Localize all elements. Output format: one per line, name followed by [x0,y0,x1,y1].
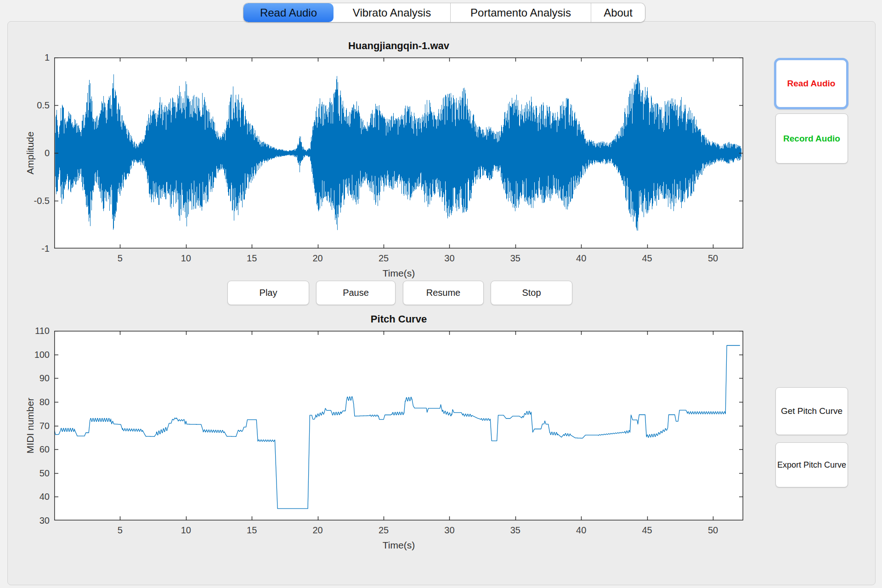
tab-portamento-analysis[interactable]: Portamento Analysis [450,3,591,22]
pause-button[interactable]: Pause [316,281,396,305]
waveform-ylabel: Amplitude [25,57,36,249]
play-button[interactable]: Play [227,281,309,305]
pitch-curve-title: Pitch Curve [54,313,743,325]
waveform-plot-canvas [54,57,743,249]
pitch-ylabel: MIDI number [25,331,36,520]
stop-button[interactable]: Stop [491,281,572,305]
pitch-curve-plot: Pitch Curve 5101520253035404550110100908… [54,331,743,520]
resume-button[interactable]: Resume [403,281,484,305]
tab-bar: Read Audio Vibrato Analysis Portamento A… [243,3,645,22]
get-pitch-curve-button[interactable]: Get Pitch Curve [775,387,848,435]
read-audio-button[interactable]: Read Audio [774,58,848,109]
record-audio-button[interactable]: Record Audio [775,113,848,164]
pitch-xlabel: Time(s) [54,540,743,551]
waveform-plot: Huangjiangqin-1.wav 51015202530354045501… [54,57,743,249]
waveform-xlabel: Time(s) [54,268,743,279]
tab-about[interactable]: About [591,3,645,22]
tab-vibrato-analysis[interactable]: Vibrato Analysis [334,3,450,22]
pitch-curve-canvas [54,331,743,520]
tab-read-audio[interactable]: Read Audio [243,3,334,22]
waveform-plot-title: Huangjiangqin-1.wav [54,40,743,52]
export-pitch-curve-button[interactable]: Export Pitch Curve [775,442,848,487]
